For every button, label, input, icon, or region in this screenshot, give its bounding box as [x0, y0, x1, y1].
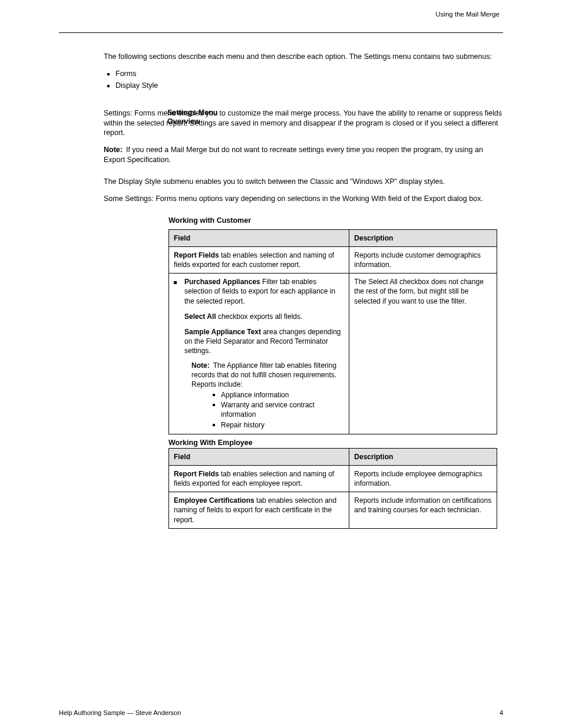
note-label: Note:	[104, 146, 123, 154]
settings-p2: The Display Style submenu enables you to…	[104, 177, 503, 187]
sublist-item: Warranty and service contract informatio…	[221, 400, 344, 419]
cell-description: The Select All checkbox does not change …	[349, 274, 497, 434]
section-heading-settings-overview: Settings Menu Overview	[167, 108, 238, 126]
th-field: Field	[169, 229, 349, 246]
intro-bullet-display-style: Display Style	[115, 81, 503, 91]
table-row: Report Fields tab enables selection and …	[169, 465, 497, 492]
note-body: The Appliance filter tab enables filteri…	[191, 361, 336, 388]
subfield-text: checkbox exports all fields.	[218, 312, 302, 321]
table-row-header: Field Description	[169, 229, 497, 246]
field-name-word1: Purchased	[184, 278, 220, 286]
cell-field: Report Fields tab enables selection and …	[169, 465, 349, 492]
table-row: Purchased Appliances Filter tab enables …	[169, 274, 497, 434]
footer-page-number: 4	[500, 709, 503, 716]
sublist-item: Appliance information	[221, 390, 289, 400]
intro-bullet-forms: Forms	[115, 69, 503, 79]
intro-list: Forms Display Style	[104, 69, 503, 91]
bullet-icon	[213, 404, 215, 406]
header-rule	[59, 32, 503, 33]
note-body: If you need a Mail Merge but do not want…	[104, 146, 483, 164]
table-customer: Field Description Report Fields tab enab…	[168, 229, 497, 434]
table-row: Report Fields tab enables selection and …	[169, 246, 497, 273]
cell-field: Purchased Appliances Filter tab enables …	[169, 274, 349, 434]
subfield-name: Select All	[184, 312, 216, 321]
running-header: Using the Mail Merge	[59, 11, 503, 18]
field-name: Employee Certifications	[174, 496, 254, 505]
bullet-icon	[213, 424, 215, 426]
table-employee: Field Description Report Fields tab enab…	[168, 448, 497, 529]
table-row-header: Field Description	[169, 448, 497, 465]
field-name: Report Fields	[174, 470, 219, 478]
main-content: The following sections describe each men…	[104, 52, 503, 529]
settings-p3: Some Settings: Forms menu options vary d…	[104, 194, 503, 204]
th-description: Description	[349, 229, 497, 246]
subfield-name: Sample Appliance Text	[184, 328, 261, 336]
cell-field: Employee Certifications tab enables sele…	[169, 492, 349, 529]
note-label: Note:	[191, 361, 210, 370]
table-row: Employee Certifications tab enables sele…	[169, 492, 497, 529]
footer-left: Help Authoring Sample — Steve Anderson	[59, 709, 181, 716]
page: Using the Mail Merge The following secti…	[0, 0, 562, 728]
cell-description: Reports include information on certifica…	[349, 492, 497, 529]
field-name: Report Fields	[174, 251, 219, 259]
th-description: Description	[349, 448, 497, 465]
cell-field: Report Fields tab enables selection and …	[169, 246, 349, 273]
th-field: Field	[169, 448, 349, 465]
table-title-customer: Working with Customer	[168, 216, 503, 226]
cell-description: Reports include employee demographics in…	[349, 465, 497, 492]
table-title-employee: Working With Employee	[168, 438, 503, 448]
cell-description: Reports include customer demographics in…	[349, 246, 497, 273]
intro-paragraph: The following sections describe each men…	[104, 52, 503, 62]
page-footer: Help Authoring Sample — Steve Anderson 4	[59, 709, 503, 716]
settings-note: Note:If you need a Mail Merge but do not…	[104, 145, 503, 165]
bullet-icon	[213, 394, 215, 396]
bullet-icon	[174, 277, 184, 286]
appliance-sublist: Appliance information Warranty and servi…	[213, 390, 344, 430]
field-name-word2: Appliances	[223, 278, 260, 286]
settings-p1: Settings: Forms menu enables you to cust…	[104, 108, 503, 139]
sublist-item: Repair history	[221, 420, 265, 430]
